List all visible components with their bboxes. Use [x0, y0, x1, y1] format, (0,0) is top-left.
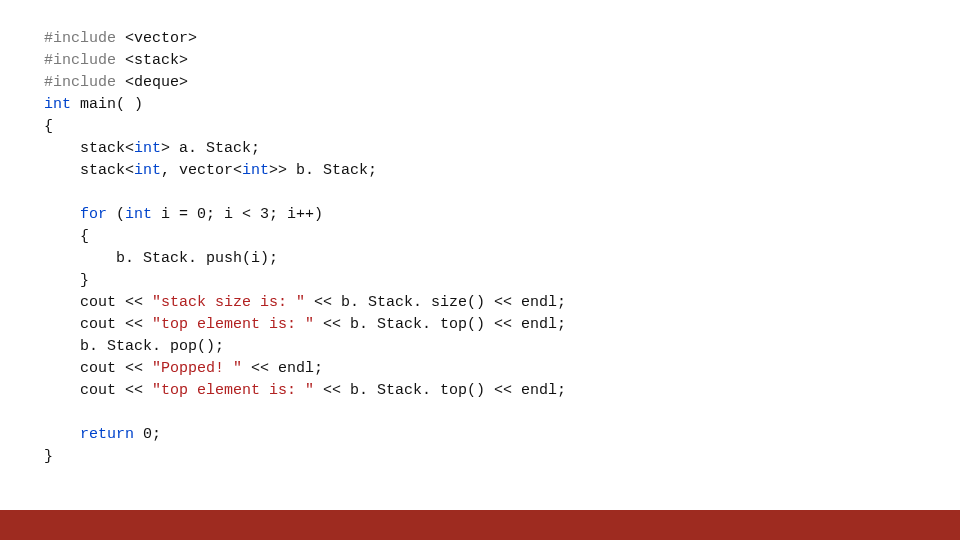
for-indent [44, 206, 80, 223]
line-bstack-3: >> b. Stack; [269, 162, 377, 179]
footer-bar [0, 510, 960, 540]
return-rest: 0; [134, 426, 161, 443]
kw-int-i: int [125, 206, 152, 223]
str-top1: "top element is: " [152, 316, 314, 333]
kw-for: for [80, 206, 107, 223]
cout-top-2b: << b. Stack. top() << endl; [314, 382, 566, 399]
line-astack-2: > a. Stack; [161, 140, 260, 157]
cout-popped-a: cout << [44, 360, 152, 377]
str-popped: "Popped! " [152, 360, 242, 377]
inc-deque: <deque> [125, 74, 188, 91]
pop-line: b. Stack. pop(); [44, 338, 224, 355]
cout-top-2a: cout << [44, 382, 152, 399]
cout-top-1a: cout << [44, 316, 152, 333]
brace-open: { [44, 118, 53, 135]
kw-int-a: int [134, 140, 161, 157]
brace-close: } [44, 448, 53, 465]
line-bstack-2: , vector< [161, 162, 242, 179]
inc-stack: <stack> [125, 52, 188, 69]
str-size: "stack size is: " [152, 294, 305, 311]
code-block: #include <vector> #include <stack> #incl… [44, 28, 566, 468]
kw-int-b2: int [242, 162, 269, 179]
cout-top-1b: << b. Stack. top() << endl; [314, 316, 566, 333]
cout-size-1: cout << [44, 294, 152, 311]
kw-int-b1: int [134, 162, 161, 179]
pp-include-2: #include [44, 52, 116, 69]
str-top2: "top element is: " [152, 382, 314, 399]
push-line: b. Stack. push(i); [44, 250, 278, 267]
pp-include-3: #include [44, 74, 116, 91]
slide: #include <vector> #include <stack> #incl… [0, 0, 960, 540]
for-rest: i = 0; i < 3; i++) [152, 206, 323, 223]
inc-vector: <vector> [125, 30, 197, 47]
line-astack-1: stack< [44, 140, 134, 157]
line-bstack-1: stack< [44, 162, 134, 179]
pp-include-1: #include [44, 30, 116, 47]
return-indent [44, 426, 80, 443]
main-decl: main( ) [71, 96, 143, 113]
cout-size-2: << b. Stack. size() << endl; [305, 294, 566, 311]
kw-return: return [80, 426, 134, 443]
for-brace-open: { [44, 228, 89, 245]
for-brace-close: } [44, 272, 89, 289]
kw-int-main: int [44, 96, 71, 113]
for-paren: ( [107, 206, 125, 223]
cout-popped-b: << endl; [242, 360, 323, 377]
